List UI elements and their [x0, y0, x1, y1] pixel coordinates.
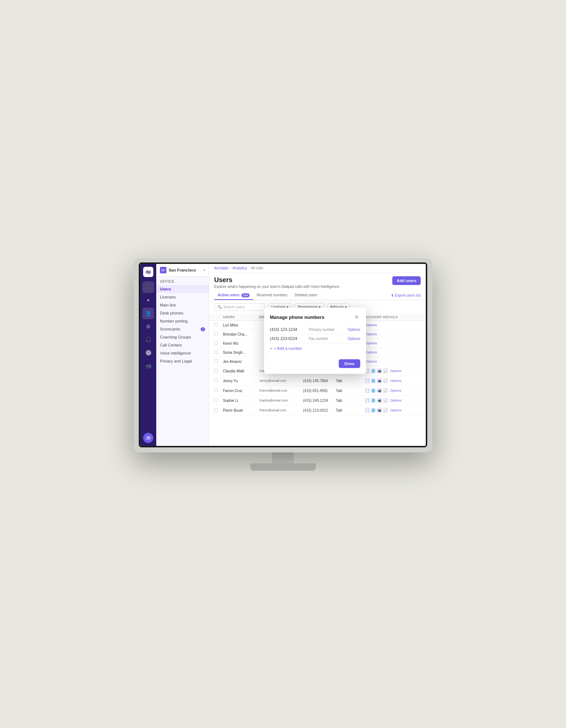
- options-link[interactable]: Options: [390, 379, 401, 383]
- video-icon[interactable]: 📹: [377, 368, 382, 373]
- add-users-button[interactable]: Add users: [392, 276, 421, 285]
- sidebar-item-main-line[interactable]: Main line: [156, 301, 209, 309]
- chart-icon[interactable]: 📈: [383, 408, 388, 413]
- page-header: Users Explore what's happening on your t…: [209, 273, 426, 291]
- options-link[interactable]: Options: [366, 323, 377, 327]
- chevron-down-icon: ▾: [204, 269, 205, 272]
- table-row: Pierre Bouie Pierre@email.com (415) 213-…: [209, 405, 426, 415]
- phone-options-2[interactable]: Options: [348, 337, 360, 341]
- row-checkbox[interactable]: [214, 408, 218, 412]
- row-checkbox[interactable]: [214, 369, 218, 372]
- options-link[interactable]: Options: [390, 369, 401, 373]
- sidebar-icon-headset[interactable]: 🎧: [142, 334, 154, 345]
- th-checkbox: [214, 315, 223, 319]
- active-users-badge: 234: [241, 293, 249, 297]
- phone-number-row-2: (415) 223-0224 Fax number Options: [270, 334, 360, 343]
- page-title: Users: [214, 276, 340, 284]
- row-checkbox[interactable]: [214, 388, 218, 392]
- options-link[interactable]: Options: [390, 408, 401, 412]
- phone-number-1: (415) 123-1234: [270, 327, 306, 332]
- search-placeholder: Search users: [223, 305, 245, 309]
- globe-icon[interactable]: 🌐: [371, 408, 376, 413]
- add-number-button[interactable]: + + Add a number: [270, 343, 360, 353]
- sidebar-icon-gear[interactable]: ⚙: [142, 321, 154, 332]
- nav-header[interactable]: SF San Francisco ▾: [156, 264, 209, 277]
- sidebar-icon-video[interactable]: 📹: [142, 360, 154, 372]
- sidebar-icon-clock[interactable]: 🕐: [142, 347, 154, 359]
- search-box[interactable]: 🔍 Search users: [214, 303, 265, 311]
- options-link[interactable]: Options: [366, 341, 377, 345]
- table-row: Jenny Yu Jenny@email.com (415) 145-7864 …: [209, 376, 426, 386]
- phone-number-row-1: (415) 123-1234 Primary number Options: [270, 325, 360, 334]
- sidebar-icon-sparkle[interactable]: ✦: [142, 294, 154, 306]
- page-subtitle: Explore what's happening on your team's …: [214, 285, 340, 289]
- breadcrumb-aerolabs[interactable]: Aerolabs: [214, 266, 228, 270]
- globe-icon[interactable]: 🌐: [371, 378, 376, 383]
- sidebar-item-users[interactable]: Users: [156, 285, 209, 293]
- sidebar-item-privacy[interactable]: Privacy and Legal: [156, 357, 209, 365]
- row-checkbox[interactable]: [214, 398, 218, 402]
- tabs-row: Active users 234 Reserved numbers Delete…: [209, 291, 426, 300]
- plus-icon: +: [270, 346, 272, 351]
- nav-panel: SF San Francisco ▾ Office Users Licenses…: [156, 264, 209, 446]
- manage-phone-numbers-modal: Manage phone numbers ✕ (415) 123-1234 Pr…: [264, 308, 366, 374]
- globe-icon[interactable]: 🌐: [371, 398, 376, 403]
- chart-icon[interactable]: 📈: [383, 378, 388, 383]
- sidebar-item-call-centers[interactable]: Call Centers: [156, 341, 209, 349]
- chart-icon[interactable]: 📈: [383, 388, 388, 393]
- tab-reserved-numbers[interactable]: Reserved numbers: [253, 291, 291, 300]
- row-checkbox[interactable]: [214, 341, 218, 345]
- chart-icon[interactable]: 📈: [383, 368, 388, 373]
- modal-close-button[interactable]: ✕: [353, 313, 360, 321]
- screen-bezel: dp 📞 ✦ 👤 ⚙ 🎧 🕐 📹 JD SF: [139, 262, 427, 447]
- breadcrumb: Aerolabs / Analytics / All calls: [209, 264, 426, 273]
- row-checkbox[interactable]: [214, 350, 218, 354]
- modal-done-button[interactable]: Done: [339, 359, 361, 368]
- options-link[interactable]: Options: [366, 360, 377, 363]
- monitor-stand-base: [250, 463, 316, 471]
- row-checkbox[interactable]: [214, 359, 218, 363]
- modal-title: Manage phone numbers: [270, 314, 325, 320]
- app-container: dp 📞 ✦ 👤 ⚙ 🎧 🕐 📹 JD SF: [140, 264, 426, 446]
- table-row: Farron Cruz Farron@email.com (415) 651-4…: [209, 386, 426, 396]
- sidebar: dp 📞 ✦ 👤 ⚙ 🎧 🕐 📹 JD: [140, 264, 156, 446]
- chart-icon[interactable]: 📈: [383, 398, 388, 403]
- video-icon[interactable]: 📹: [377, 378, 382, 383]
- video-icon[interactable]: 📹: [377, 398, 382, 403]
- doc-icon[interactable]: 📄: [365, 378, 370, 383]
- user-avatar[interactable]: JD: [143, 433, 153, 443]
- sidebar-icon-phone[interactable]: 📞: [142, 281, 154, 293]
- row-checkbox[interactable]: [214, 323, 218, 327]
- tabs-left: Active users 234 Reserved numbers Delete…: [214, 291, 321, 300]
- options-link[interactable]: Options: [390, 399, 401, 402]
- export-users-button[interactable]: ⬇ Export users list: [391, 293, 421, 297]
- video-icon[interactable]: 📹: [377, 408, 382, 413]
- company-name: San Francisco: [169, 268, 201, 272]
- nav-section-office: Office: [156, 277, 209, 285]
- sidebar-item-coaching-groups[interactable]: Coaching Groups: [156, 333, 209, 341]
- options-link[interactable]: Options: [366, 332, 377, 336]
- phone-options-1[interactable]: Options: [348, 328, 360, 332]
- sidebar-icon-person[interactable]: 👤: [142, 308, 154, 319]
- doc-icon[interactable]: 📄: [365, 408, 370, 413]
- doc-icon[interactable]: 📄: [365, 398, 370, 403]
- options-link[interactable]: Options: [390, 389, 401, 392]
- sidebar-item-desk-phones[interactable]: Desk phones: [156, 309, 209, 317]
- breadcrumb-analytics[interactable]: Analytics: [232, 266, 247, 270]
- options-link[interactable]: Options: [366, 351, 377, 354]
- globe-icon[interactable]: 🌐: [371, 388, 376, 393]
- sidebar-item-voice-intelligence[interactable]: Voice intelligence: [156, 349, 209, 357]
- row-checkbox[interactable]: [214, 332, 218, 336]
- doc-icon[interactable]: 📄: [365, 388, 370, 393]
- sidebar-item-licenses[interactable]: Licenses: [156, 293, 209, 301]
- th-account: ACCOUNT DETAILS: [365, 315, 401, 319]
- tab-deleted-users[interactable]: Deleted users: [291, 291, 321, 300]
- globe-icon[interactable]: 🌐: [371, 368, 376, 373]
- video-icon[interactable]: 📹: [377, 388, 382, 393]
- modal-header: Manage phone numbers ✕: [270, 313, 360, 321]
- sidebar-item-number-porting[interactable]: Number porting: [156, 317, 209, 325]
- phone-type-2: Fax number: [309, 337, 345, 341]
- sidebar-item-scorecards[interactable]: Scorecards 2: [156, 325, 209, 333]
- row-checkbox[interactable]: [214, 379, 218, 382]
- tab-active-users[interactable]: Active users 234: [214, 291, 253, 300]
